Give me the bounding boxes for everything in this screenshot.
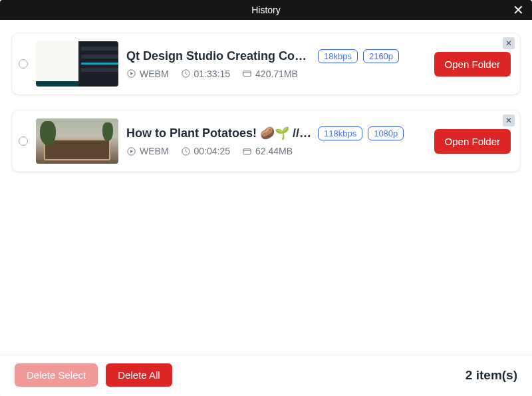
item-count: 2 item(s) [466,368,517,383]
duration-label: 01:33:15 [194,69,231,79]
thumbnail [36,118,118,164]
bitrate-badge: 118kbps [318,126,362,140]
close-icon[interactable]: ✕ [509,2,528,18]
select-checkbox[interactable] [19,136,28,146]
delete-select-button[interactable]: Delete Select [15,363,98,387]
item-body: Qt Design Studio Creating ComB… 18kbps 2… [126,49,426,79]
folder-icon [242,146,252,156]
format-label: WEBM [140,69,169,79]
folder-icon [242,69,252,79]
size-label: 420.71MB [255,69,298,79]
play-icon [126,146,136,156]
footer: Delete Select Delete All 2 item(s) [0,355,532,396]
bitrate-badge: 18kbps [318,49,358,63]
item-body: How to Plant Potatoes! 🥔🌱 // … 118kbps 1… [126,126,426,156]
history-item: Qt Design Studio Creating ComB… 18kbps 2… [12,33,520,95]
clock-icon [181,69,191,79]
thumbnail [36,41,118,87]
size-label: 62.44MB [255,146,293,156]
duration-label: 00:04:25 [194,146,231,156]
delete-all-button[interactable]: Delete All [106,363,172,387]
history-list: Qt Design Studio Creating ComB… 18kbps 2… [0,20,532,355]
open-folder-button[interactable]: Open Folder [434,129,511,154]
clock-icon [181,146,191,156]
play-icon [126,69,136,79]
remove-item-icon[interactable]: ✕ [503,114,515,126]
history-item: How to Plant Potatoes! 🥔🌱 // … 118kbps 1… [12,110,520,172]
format-label: WEBM [140,146,169,156]
open-folder-button[interactable]: Open Folder [434,52,511,77]
titlebar: History ✕ [0,0,532,20]
window-title: History [251,5,281,15]
svg-rect-2 [243,71,251,77]
resolution-badge: 1080p [368,126,404,140]
remove-item-icon[interactable]: ✕ [503,37,515,49]
item-title: How to Plant Potatoes! 🥔🌱 // … [126,126,313,140]
item-title: Qt Design Studio Creating ComB… [126,49,313,63]
resolution-badge: 2160p [363,49,399,63]
select-checkbox[interactable] [19,59,28,69]
svg-rect-5 [243,148,251,154]
